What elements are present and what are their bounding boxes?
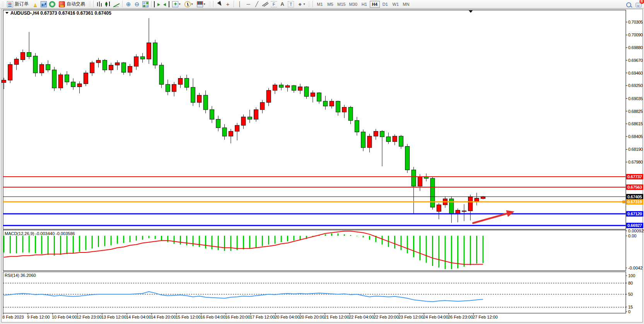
- svg-text:0: 0: [628, 309, 630, 314]
- svg-text:20 Feb 20:00: 20 Feb 20:00: [299, 315, 325, 319]
- rsi-label: RSI(14) 36.2060: [5, 273, 36, 278]
- svg-text:22 Feb 04:00: 22 Feb 04:00: [349, 315, 374, 319]
- svg-text:24 Feb 04:00: 24 Feb 04:00: [423, 315, 448, 319]
- svg-text:0.67319: 0.67319: [627, 200, 642, 204]
- svg-text:8 Feb 2023: 8 Feb 2023: [2, 315, 24, 319]
- svg-text:16 Feb 04:00: 16 Feb 04:00: [200, 315, 225, 319]
- svg-text:0.68190: 0.68190: [628, 147, 643, 152]
- svg-text:15 Feb 12:00: 15 Feb 12:00: [176, 315, 201, 319]
- svg-text:0.69035: 0.69035: [628, 96, 643, 101]
- svg-text:20 Feb 04:00: 20 Feb 04:00: [275, 315, 300, 319]
- svg-text:0.67120: 0.67120: [627, 211, 642, 216]
- svg-text:0.69250: 0.69250: [628, 83, 643, 88]
- svg-text:13 Feb 12:00: 13 Feb 12:00: [101, 315, 126, 319]
- svg-text:0.67737: 0.67737: [627, 174, 642, 179]
- svg-text:22 Feb 20:00: 22 Feb 20:00: [374, 315, 399, 319]
- svg-text:0.68405: 0.68405: [628, 134, 643, 139]
- svg-text:21 Feb 12:00: 21 Feb 12:00: [324, 315, 349, 319]
- svg-text:0.70090: 0.70090: [628, 32, 643, 37]
- chart-title: AUDUSD-,H4 0.67373 0.67416 0.67361 0.674…: [5, 10, 111, 16]
- chart-pane: [3, 10, 626, 229]
- svg-text:0.69460: 0.69460: [628, 71, 643, 75]
- svg-text:9 Feb 12:00: 9 Feb 12:00: [27, 315, 50, 319]
- time-axis[interactable]: 8 Feb 20239 Feb 12:0010 Feb 04:0012 Feb …: [2, 313, 498, 319]
- svg-text:AUDUSD-,H4 0.67373 0.67416 0.: AUDUSD-,H4 0.67373 0.67416 0.67361 0.674…: [10, 10, 111, 16]
- svg-text:0.000925: 0.000925: [628, 229, 644, 233]
- svg-text:17 Feb 12:00: 17 Feb 12:00: [250, 315, 275, 319]
- svg-text:50: 50: [628, 292, 633, 297]
- svg-text:0.69670: 0.69670: [628, 58, 643, 63]
- chart-pane: [3, 272, 626, 313]
- svg-text:0.67980: 0.67980: [628, 160, 643, 164]
- svg-text:23 Feb 12:00: 23 Feb 12:00: [398, 315, 424, 319]
- svg-text:80: 80: [628, 281, 633, 285]
- svg-text:15: 15: [628, 305, 633, 309]
- svg-text:0.00: 0.00: [628, 234, 636, 238]
- macd-label: MACD(12,26,9) -0.003440 -0.003586: [5, 231, 75, 236]
- svg-text:0.67405: 0.67405: [627, 194, 642, 199]
- svg-text:0.66927: 0.66927: [627, 223, 642, 228]
- svg-text:0.68825: 0.68825: [628, 109, 643, 114]
- svg-text:0.67563: 0.67563: [627, 185, 642, 189]
- svg-text:14 Feb 04:00: 14 Feb 04:00: [126, 315, 151, 319]
- svg-text:-0.0042: -0.0042: [628, 266, 642, 270]
- svg-text:0.68615: 0.68615: [628, 121, 643, 126]
- svg-text:0.69880: 0.69880: [628, 45, 643, 50]
- chart-canvas[interactable]: 0.703050.700900.698800.696700.694600.692…: [0, 0, 644, 324]
- svg-text:16 Feb 20:00: 16 Feb 20:00: [225, 315, 250, 319]
- svg-text:27 Feb 12:00: 27 Feb 12:00: [473, 315, 498, 319]
- svg-text:14 Feb 20:00: 14 Feb 20:00: [151, 315, 176, 319]
- price-axis[interactable]: 0.703050.700900.698800.696700.694600.692…: [626, 20, 644, 314]
- svg-text:100: 100: [628, 273, 635, 278]
- svg-text:0.70305: 0.70305: [628, 20, 643, 24]
- svg-text:26 Feb 23:00: 26 Feb 23:00: [448, 315, 473, 319]
- svg-text:12 Feb 23:00: 12 Feb 23:00: [77, 315, 102, 319]
- svg-text:10 Feb 04:00: 10 Feb 04:00: [52, 315, 77, 319]
